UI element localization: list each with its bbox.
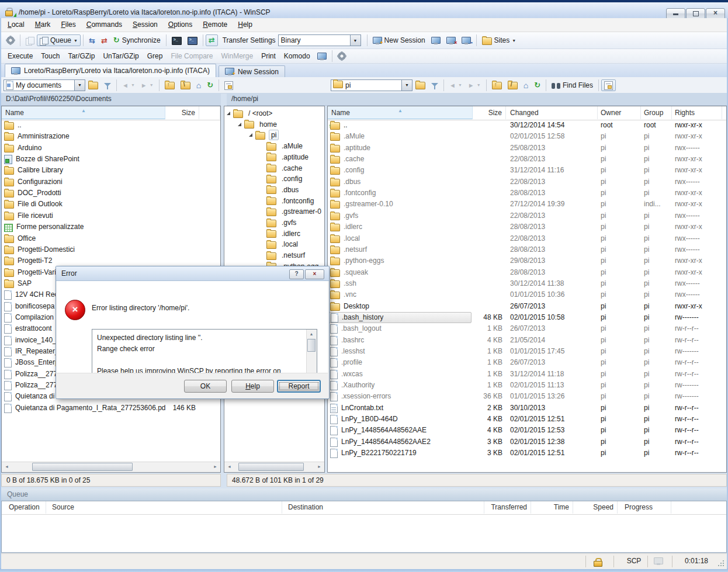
- remote-file-row[interactable]: LnPy_1448564A48562AAE4 KB02/01/2015 12:5…: [328, 425, 726, 436]
- menu-options[interactable]: Options: [163, 18, 197, 32]
- open-console-button[interactable]: [169, 34, 185, 46]
- remote-file-row[interactable]: .profile1 KB26/07/2013pipirw-r--r--: [328, 357, 726, 368]
- tree-node[interactable]: .aMule: [260, 141, 324, 151]
- local-file-row[interactable]: Arduino: [2, 143, 220, 154]
- local-file-row[interactable]: Configurazioni: [2, 176, 220, 188]
- remote-file-row[interactable]: .wxcas1 KB31/12/2014 11:18pipirw-r--r--: [328, 369, 726, 380]
- command-untar-gzip[interactable]: UnTar/GZip: [99, 50, 143, 63]
- remote-file-row[interactable]: .cache22/08/2013pipirwxr-xr-x: [328, 154, 726, 165]
- queue-show-button[interactable]: [23, 34, 37, 46]
- column-header-group[interactable]: Group: [641, 106, 672, 119]
- local-file-row[interactable]: Progetti-T2: [2, 255, 220, 266]
- column-header-changed[interactable]: Changed: [506, 106, 598, 119]
- refresh-session-button[interactable]: ⇄: [206, 34, 218, 46]
- remote-file-row[interactable]: .config31/12/2014 11:16pipirwxr-xr-x: [328, 165, 726, 176]
- menu-local[interactable]: Local: [2, 18, 30, 32]
- menu-session[interactable]: Session: [127, 18, 163, 32]
- local-file-row[interactable]: Calibre Library: [2, 165, 220, 176]
- remote-file-row[interactable]: .local22/08/2013pipirwx------: [328, 233, 726, 244]
- tree-node[interactable]: .local: [260, 239, 324, 249]
- remote-refresh-button[interactable]: ↻: [531, 79, 543, 91]
- command-komodo[interactable]: Komodo: [280, 50, 314, 63]
- local-directory-combo[interactable]: My documents ▼: [4, 79, 85, 91]
- remote-open-directory-button[interactable]: [412, 79, 428, 91]
- komodo-open-button[interactable]: [314, 50, 330, 62]
- command-tar-gzip[interactable]: Tar/GZip: [64, 50, 99, 63]
- scroll-right-icon[interactable]: ►: [210, 462, 220, 472]
- remote-file-row[interactable]: Desktop26/07/2013pipirwxr-xr-x: [328, 301, 726, 312]
- remote-root-dir-button[interactable]: /: [505, 79, 521, 91]
- transfer-settings-combo[interactable]: Binary ▼: [278, 34, 361, 46]
- remote-file-row[interactable]: LnPy_1448564A48562AAE23 KB02/01/2015 12:…: [328, 436, 726, 448]
- find-files-button[interactable]: Find Files: [549, 79, 596, 91]
- console-settings-button[interactable]: [185, 34, 200, 46]
- remote-parent-dir-button[interactable]: ↑: [489, 79, 505, 91]
- local-file-row[interactable]: Bozze di SharePoint: [2, 154, 220, 165]
- command-execute[interactable]: Execute: [4, 50, 37, 63]
- column-header-size[interactable]: Size: [165, 106, 199, 119]
- remote-directory-combo[interactable]: pi ▼: [331, 79, 412, 91]
- remote-file-row[interactable]: .bash_logout1 KB26/07/2013pipirw-r--r--: [328, 323, 726, 334]
- queue-column-source[interactable]: Source: [50, 501, 282, 514]
- remote-file-row[interactable]: .gstreamer-0.1027/12/2014 19:39piindi...…: [328, 199, 726, 210]
- scrollbar-thumb[interactable]: [32, 463, 133, 471]
- column-header-name[interactable]: Name ▲: [328, 106, 473, 119]
- tree-node[interactable]: .gvfs: [260, 217, 324, 228]
- command-touch[interactable]: Touch: [37, 50, 64, 63]
- close-session-button[interactable]: ×: [443, 34, 459, 46]
- remote-file-row[interactable]: .aptitude25/08/2013pipirwx------: [328, 143, 726, 154]
- local-path-bar[interactable]: D:\Dati\Profili\f602250\Documents: [1, 93, 221, 106]
- menu-mark[interactable]: Mark: [30, 18, 56, 32]
- local-root-dir-button[interactable]: \: [178, 79, 193, 91]
- remote-path-bar[interactable]: /home/pi: [227, 93, 727, 106]
- queue-title-bar[interactable]: Queue: [1, 488, 727, 501]
- remote-file-row[interactable]: .netsurf28/08/2013pipirwx------: [328, 244, 726, 255]
- menu-help[interactable]: Help: [233, 18, 258, 32]
- local-file-row[interactable]: ↑..: [2, 120, 220, 131]
- queue-column-progress[interactable]: Progress: [622, 501, 671, 514]
- help-button[interactable]: Help: [231, 380, 274, 393]
- local-file-row[interactable]: Quietanza di Pagamento_I_Rata_277253606.…: [2, 403, 220, 414]
- local-file-row[interactable]: DOC_Prodotti: [2, 188, 220, 199]
- local-file-row[interactable]: File di Outlook: [2, 199, 220, 210]
- remote-file-row[interactable]: .gvfs22/08/2013pipirwx------: [328, 210, 726, 221]
- dialog-context-help-button[interactable]: ?: [289, 269, 304, 279]
- local-horizontal-scrollbar[interactable]: ◄ ►: [2, 462, 220, 472]
- tree-node[interactable]: pi: [249, 130, 324, 140]
- titlebar[interactable]: /home/pi - Loreto/RaspBerry/Loreto via I…: [0, 2, 728, 18]
- local-file-row[interactable]: Progetti-Domestici: [2, 244, 220, 255]
- tree-expanded-icon[interactable]: [227, 112, 230, 115]
- tree-expanded-icon[interactable]: [238, 123, 241, 126]
- remote-file-row[interactable]: .bash_history48 KB02/01/2015 10:58pipirw…: [328, 312, 726, 323]
- local-home-dir-button[interactable]: ⌂: [193, 79, 204, 91]
- column-header-name[interactable]: Name ▲: [2, 106, 165, 119]
- column-header-rights[interactable]: Rights: [672, 106, 722, 119]
- ok-button[interactable]: OK: [184, 380, 227, 393]
- dialog-title-bar[interactable]: Error: [56, 266, 329, 281]
- tree-node[interactable]: .aptitude: [260, 152, 324, 162]
- session-tab-active[interactable]: Loreto/RaspBerry/Loreto via Itaca/loreto…: [5, 64, 216, 77]
- remote-home-dir-button[interactable]: ⌂: [521, 79, 531, 91]
- local-file-row[interactable]: File ricevuti: [2, 210, 220, 221]
- command-print[interactable]: Print: [257, 50, 280, 63]
- tree-node[interactable]: .cache: [260, 163, 324, 174]
- compare-directories-button[interactable]: ⇆: [86, 34, 98, 46]
- protocol-indicator[interactable]: SCP: [622, 554, 646, 568]
- synchronize-browsing-button[interactable]: ⇄: [98, 34, 110, 46]
- remote-file-row[interactable]: .vnc01/01/2015 10:36pipirwx------: [328, 289, 726, 300]
- queue-toggle-button[interactable]: Queue ▼: [37, 34, 81, 46]
- local-forward-button[interactable]: ►▼: [138, 79, 157, 91]
- remote-file-row[interactable]: .aMule02/01/2015 12:58pipirwxr-xr-x: [328, 131, 726, 142]
- queue-column-transferred[interactable]: Transferred: [486, 501, 531, 514]
- tree-node[interactable]: .gstreamer-0: [260, 206, 324, 217]
- new-session-button[interactable]: ✦ New Session: [370, 34, 428, 46]
- local-open-directory-button[interactable]: [85, 79, 101, 91]
- scrollbar-thumb[interactable]: [307, 339, 316, 352]
- duplicate-session-button[interactable]: [428, 34, 443, 46]
- local-file-row[interactable]: Office: [2, 233, 220, 244]
- menu-files[interactable]: Files: [56, 18, 81, 32]
- remote-file-row[interactable]: LnPy_B22217502217193 KB02/01/2015 12:51p…: [328, 448, 726, 459]
- tree-expanded-icon[interactable]: [249, 133, 252, 137]
- remote-file-row[interactable]: .Xauthority1 KB02/01/2015 11:13pipirw---…: [328, 380, 726, 391]
- scroll-up-icon[interactable]: ▲: [307, 330, 316, 338]
